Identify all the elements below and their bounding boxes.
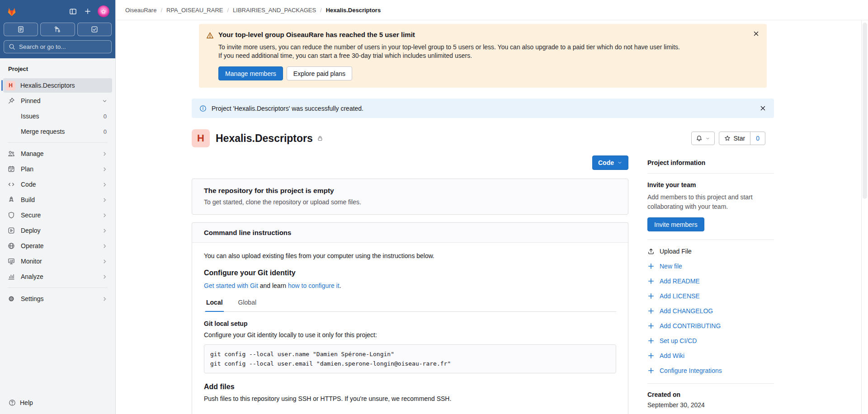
sidebar-header: Search or go to... xyxy=(0,0,115,58)
plus-icon xyxy=(647,322,655,329)
tab-local[interactable]: Local xyxy=(205,299,224,312)
sidebar-divider xyxy=(8,142,108,143)
invite-members-button[interactable]: Invite members xyxy=(647,217,704,231)
sidebar-item-operate[interactable]: Operate xyxy=(3,239,112,253)
tab-global[interactable]: Global xyxy=(237,299,257,311)
star-icon xyxy=(724,135,731,141)
sidebar-item-plan[interactable]: Plan xyxy=(3,162,112,176)
users-icon xyxy=(8,150,15,157)
add-contributing-link[interactable]: Add CONTRIBUTING xyxy=(647,318,774,333)
close-icon xyxy=(760,105,766,111)
breadcrumb-subgroup-link[interactable]: RPA_OISEAU_RARE xyxy=(166,7,223,14)
project-information-title: Project information xyxy=(647,159,774,174)
monitor-icon xyxy=(8,258,15,265)
question-icon xyxy=(9,399,16,406)
card-title: Command line instructions xyxy=(192,223,628,243)
user-limit-banner: Your top-level group OiseauRare has reac… xyxy=(199,24,767,88)
calendar-icon xyxy=(8,165,15,173)
sidebar-item-manage[interactable]: Manage xyxy=(3,146,112,161)
add-readme-link[interactable]: Add README xyxy=(647,273,774,288)
breadcrumb: OiseauRare / RPA_OISEAU_RARE / LIBRAIRIE… xyxy=(116,0,868,20)
shield-icon xyxy=(8,212,15,219)
todo-list-shortcut-button[interactable] xyxy=(77,23,112,36)
chevron-right-icon xyxy=(102,166,108,172)
sidebar-item-code[interactable]: Code xyxy=(3,177,112,192)
create-new-button[interactable] xyxy=(83,7,92,16)
globe-icon xyxy=(8,242,15,249)
code-line: git config --local user.email "damien.sp… xyxy=(210,359,610,368)
notifications-button[interactable] xyxy=(691,132,715,145)
upload-file-action[interactable]: Upload File xyxy=(647,244,774,259)
plus-icon xyxy=(647,292,655,300)
add-wiki-link[interactable]: Add Wiki xyxy=(647,348,774,363)
divider xyxy=(647,240,774,240)
scrollbar[interactable] xyxy=(861,20,868,414)
configure-integrations-link[interactable]: Configure Integrations xyxy=(647,363,774,378)
breadcrumb-group-link[interactable]: OiseauRare xyxy=(125,7,156,14)
star-count[interactable]: 0 xyxy=(750,132,765,145)
more-actions-button[interactable] xyxy=(769,137,774,139)
lock-icon xyxy=(317,135,323,141)
breadcrumb-separator: / xyxy=(160,7,162,14)
sidebar-nav: H Hexalis.Descriptors Pinned Issues 0 Me… xyxy=(0,77,115,307)
sidebar-section-title: Project xyxy=(0,64,115,77)
page-scroll-area: Your top-level group OiseauRare has reac… xyxy=(116,20,868,414)
flash-alert: Project 'Hexalis.Descriptors' was succes… xyxy=(192,99,774,118)
pin-icon xyxy=(8,97,15,104)
sidebar-item-project[interactable]: H Hexalis.Descriptors xyxy=(3,78,112,93)
sidebar-shortcuts xyxy=(4,23,112,36)
plus-icon xyxy=(647,337,655,344)
chevron-right-icon xyxy=(102,274,108,280)
chart-icon xyxy=(8,273,15,280)
help-button[interactable]: Help xyxy=(0,394,115,414)
main-area: OiseauRare / RPA_OISEAU_RARE / LIBRAIRIE… xyxy=(116,0,868,414)
search-input[interactable]: Search or go to... xyxy=(4,40,112,53)
issues-shortcut-button[interactable] xyxy=(4,23,38,36)
bell-icon xyxy=(696,135,703,142)
super-sidebar: Search or go to... Project H Hexalis.Des… xyxy=(0,0,116,414)
manage-members-button[interactable]: Manage members xyxy=(218,66,283,80)
sidebar-item-monitor[interactable]: Monitor xyxy=(3,254,112,268)
project-header: H Hexalis.Descriptors Star 0 xyxy=(192,129,774,147)
chevron-down-icon xyxy=(102,98,108,104)
sidebar-item-secure[interactable]: Secure xyxy=(3,208,112,222)
banner-close-button[interactable] xyxy=(751,29,761,38)
add-license-link[interactable]: Add LICENSE xyxy=(647,288,774,303)
explore-paid-plans-button[interactable]: Explore paid plans xyxy=(287,66,352,80)
warning-icon xyxy=(206,31,214,80)
invite-team-heading: Invite your team xyxy=(647,181,774,188)
merge-requests-shortcut-button[interactable] xyxy=(40,23,75,36)
code-dropdown-button[interactable]: Code xyxy=(592,155,628,170)
empty-repo-subtitle: To get started, clone the repository or … xyxy=(204,198,616,206)
sidebar-item-build[interactable]: Build xyxy=(3,193,112,207)
page-title: Hexalis.Descriptors xyxy=(216,132,313,145)
user-avatar[interactable] xyxy=(98,5,109,17)
sidebar-item-analyze[interactable]: Analyze xyxy=(3,269,112,284)
git-local-setup-heading: Git local setup xyxy=(204,320,616,327)
scrollbar-thumb[interactable] xyxy=(863,23,867,199)
sidebar-item-issues[interactable]: Issues 0 xyxy=(3,109,112,123)
issues-doc-icon xyxy=(17,26,24,33)
close-icon xyxy=(753,31,759,37)
add-changelog-link[interactable]: Add CHANGELOG xyxy=(647,303,774,318)
chevron-right-icon xyxy=(102,259,108,264)
star-button-group: Star 0 xyxy=(719,132,765,145)
sidebar-item-settings[interactable]: Settings xyxy=(3,292,112,306)
flash-close-button[interactable] xyxy=(758,104,768,113)
banner-title: Your top-level group OiseauRare has reac… xyxy=(218,31,680,38)
get-started-git-link[interactable]: Get started with Git xyxy=(204,282,258,289)
set-up-cicd-link[interactable]: Set up CI/CD xyxy=(647,333,774,348)
sidebar-item-pinned[interactable]: Pinned xyxy=(3,94,112,108)
sidebar-item-merge-requests[interactable]: Merge requests 0 xyxy=(3,124,112,139)
breadcrumb-subgroup-link[interactable]: LIBRAIRIES_AND_PACKAGES xyxy=(233,7,316,14)
info-icon xyxy=(199,105,207,112)
new-file-link[interactable]: New file xyxy=(647,259,774,273)
chevron-right-icon xyxy=(102,296,108,302)
how-to-configure-link[interactable]: how to configure it xyxy=(288,282,340,289)
sidebar-item-deploy[interactable]: Deploy xyxy=(3,223,112,238)
sidebar-collapse-button[interactable] xyxy=(68,7,78,16)
gitlab-logo-icon[interactable] xyxy=(6,5,18,17)
star-button[interactable]: Star xyxy=(719,135,750,142)
breadcrumb-separator: / xyxy=(227,7,229,14)
flash-text: Project 'Hexalis.Descriptors' was succes… xyxy=(212,105,363,112)
